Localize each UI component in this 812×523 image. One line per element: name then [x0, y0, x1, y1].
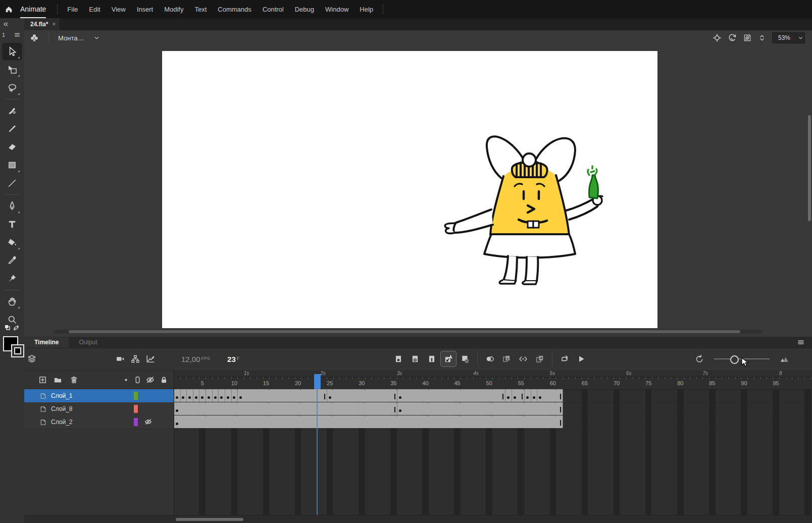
classic-brush-tool[interactable] [3, 120, 22, 137]
stage-horizontal-scrollbar[interactable] [55, 330, 762, 334]
ruler-frame-label: 25 [327, 380, 333, 386]
camera-button[interactable] [113, 351, 128, 367]
menu-control[interactable]: Control [257, 0, 289, 18]
clip-content-icon[interactable] [743, 33, 752, 42]
tab-timeline[interactable]: Timeline [24, 337, 69, 348]
hand-tool[interactable] [3, 293, 22, 310]
frame-row[interactable] [174, 389, 812, 403]
frame-row[interactable] [174, 415, 812, 429]
chevron-down-icon[interactable] [93, 34, 100, 42]
visibility-column-header[interactable] [146, 376, 155, 384]
playhead[interactable] [314, 374, 321, 389]
lock-column-header[interactable] [160, 376, 168, 384]
frame-view-button[interactable] [777, 351, 792, 367]
symbol-edit-icon[interactable] [24, 33, 44, 42]
menu-debug[interactable]: Debug [289, 0, 320, 18]
ruler-frame-label: 55 [518, 380, 524, 386]
modify-markers-button[interactable] [532, 351, 547, 367]
layer-hidden-icon[interactable] [144, 418, 152, 426]
menu-view[interactable]: View [106, 0, 131, 18]
timeline-toolbar: 12,00FPS23F [24, 348, 812, 371]
slider-knob[interactable] [730, 355, 739, 364]
home-button[interactable] [0, 0, 17, 18]
paint-bucket-tool[interactable] [3, 234, 22, 251]
lasso-tool[interactable] [3, 79, 22, 96]
line-tool[interactable] [3, 175, 22, 192]
stage-canvas[interactable] [162, 51, 657, 328]
scroll-thumb[interactable] [69, 330, 740, 333]
onion-skin-button[interactable] [482, 351, 497, 367]
menu-text[interactable]: Text [189, 0, 212, 18]
layer-name: Слой_1 [51, 392, 73, 399]
frames-grid[interactable]: 1s2s3s4s5s6s7s8 510152025303540455055606… [174, 370, 812, 515]
tab-output[interactable]: Output [69, 337, 107, 348]
text-tool[interactable] [3, 216, 22, 233]
frame-row[interactable] [174, 402, 812, 416]
panel-menu-icon[interactable] [797, 338, 805, 346]
new-folder-button[interactable] [54, 376, 62, 384]
zoom-stepper-icon[interactable] [758, 33, 766, 42]
menu-modify[interactable]: Modify [159, 0, 189, 18]
eyedropper-tool[interactable] [3, 252, 22, 269]
insert-blank-keyframe-button[interactable] [408, 351, 423, 367]
layer-row[interactable]: Слой_2 [24, 415, 174, 429]
auto-keyframe-button[interactable] [441, 351, 456, 367]
swap-colors-icon[interactable] [12, 324, 20, 332]
layer-row[interactable]: Слой_1 [24, 389, 174, 403]
default-colors-icon[interactable] [4, 324, 12, 332]
layer-row[interactable]: Слой_8 [24, 402, 174, 416]
registration-grid-icon[interactable] [713, 33, 722, 42]
document-tab[interactable]: 24.fla* × [24, 18, 60, 30]
fluid-brush-tool[interactable] [3, 102, 22, 119]
keyframe-dot [526, 396, 529, 399]
stage-vertical-scrollbar[interactable] [808, 45, 811, 337]
layer-color-chip[interactable] [134, 392, 138, 400]
insert-keyframe-button[interactable] [391, 351, 406, 367]
collapse-panel-icon[interactable] [2, 21, 9, 28]
layer-parenting-button[interactable] [128, 351, 143, 367]
new-layer-button[interactable] [38, 376, 47, 384]
close-tab-icon[interactable]: × [52, 21, 56, 28]
delete-layer-button[interactable] [70, 376, 78, 384]
stage-zoom-select[interactable]: 53% [772, 32, 805, 43]
layer-color-chip[interactable] [134, 418, 138, 426]
insert-frame-button[interactable] [424, 351, 439, 367]
loop-button[interactable] [557, 351, 572, 367]
edit-multiple-frames-button[interactable] [516, 351, 531, 367]
panel-divider[interactable] [174, 370, 174, 515]
reset-timeline-zoom-button[interactable] [692, 351, 707, 367]
graph-editor-button[interactable] [143, 351, 158, 367]
menu-commands[interactable]: Commands [212, 0, 257, 18]
outline-column-header[interactable] [133, 376, 142, 384]
hand-icon [7, 296, 17, 306]
highlight-column-header[interactable] [122, 376, 130, 384]
timeline-horizontal-scrollbar[interactable] [24, 515, 812, 523]
character-drawing [162, 51, 657, 328]
rotate-view-icon[interactable] [728, 33, 737, 42]
selection-tool[interactable] [3, 43, 22, 60]
stroke-color-swatch[interactable] [11, 344, 24, 357]
menu-help[interactable]: Help [354, 0, 379, 18]
pen-tool[interactable] [3, 197, 22, 215]
timeline-ruler[interactable]: 1s2s3s4s5s6s7s8 510152025303540455055606… [174, 370, 812, 390]
menu-insert[interactable]: Insert [131, 0, 159, 18]
menu-edit[interactable]: Edit [83, 0, 106, 18]
scroll-thumb[interactable] [808, 115, 811, 221]
scroll-thumb[interactable] [176, 518, 243, 521]
scene-name-dropdown[interactable]: Монта… [58, 34, 84, 42]
asset-warp-tool[interactable] [3, 270, 22, 287]
menu-window[interactable]: Window [320, 0, 354, 18]
onion-skin-outlines-button[interactable] [499, 351, 514, 367]
layer-color-chip[interactable] [134, 405, 138, 413]
rail-menu-icon[interactable] [14, 31, 21, 38]
delete-frame-button[interactable] [458, 351, 473, 367]
fps-display[interactable]: 12,00FPS23F [181, 355, 239, 363]
fluidbrush-icon [7, 106, 17, 116]
ruler-frame-label: 30 [359, 380, 365, 386]
layer-view-button[interactable] [24, 351, 39, 367]
eraser-tool[interactable] [3, 138, 22, 155]
rectangle-tool[interactable] [3, 156, 22, 174]
free-transform-tool[interactable] [3, 61, 22, 78]
play-button[interactable] [574, 351, 589, 367]
menu-file[interactable]: File [62, 0, 83, 18]
